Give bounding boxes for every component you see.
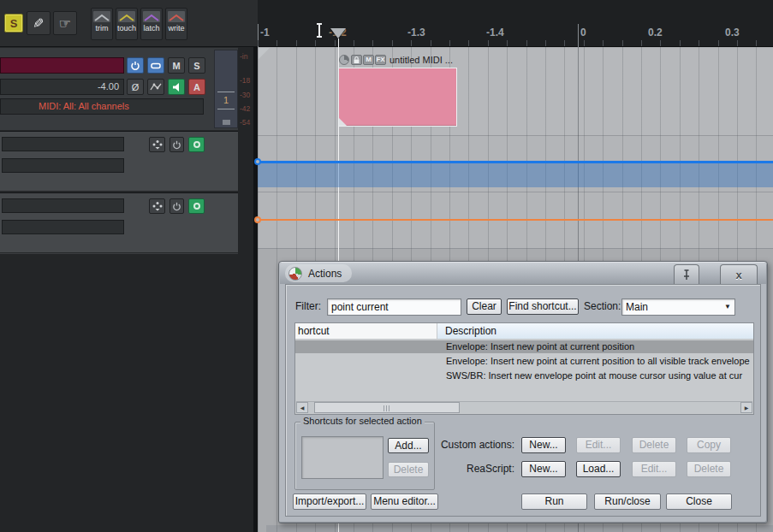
envelope-points-button[interactable] bbox=[149, 137, 165, 152]
latch-label: latch bbox=[141, 24, 162, 33]
custom-new-button[interactable]: New... bbox=[521, 437, 566, 453]
s-tool-button[interactable]: S bbox=[4, 14, 23, 33]
envelope-name-field[interactable] bbox=[2, 137, 124, 151]
envelope-name-field[interactable] bbox=[2, 198, 124, 213]
automation-write-button[interactable]: write bbox=[165, 8, 187, 40]
dialog-body: Filter: Clear Find shortcut... Section: … bbox=[285, 284, 761, 517]
scroll-left-arrow[interactable]: ◀ bbox=[296, 402, 308, 413]
timeline-ruler[interactable]: -1 -1.2 -1.3 -1.4 0 0.2 0.3 bbox=[258, 0, 773, 47]
action-row[interactable]: SWS/BR: Insert new envelope point at mou… bbox=[295, 369, 753, 382]
power-icon bbox=[172, 140, 181, 150]
meter-scale-18: -18 bbox=[240, 76, 255, 85]
track-volume-field[interactable]: -4.00 bbox=[0, 79, 124, 95]
section-dropdown[interactable]: Main ▼ bbox=[621, 299, 735, 316]
item-fx-badge[interactable]: FX bbox=[375, 55, 386, 65]
main-toolbar: S ✎ ☞ trim touch latch bbox=[0, 0, 258, 47]
track-automation-button[interactable]: A bbox=[188, 79, 205, 95]
action-row-selected[interactable]: Envelope: Insert new point at current po… bbox=[295, 340, 753, 353]
import-export-button[interactable]: Import/export... bbox=[293, 494, 366, 510]
track-solo-button[interactable]: S bbox=[188, 57, 205, 74]
close-window-button[interactable]: x bbox=[720, 264, 758, 284]
ruler-mark: 0 bbox=[580, 27, 586, 38]
clear-button[interactable]: Clear bbox=[467, 299, 502, 315]
touch-envelope-icon bbox=[118, 11, 135, 22]
phase-icon: Ø bbox=[132, 82, 140, 92]
custom-actions-label: Custom actions: bbox=[436, 437, 514, 453]
action-row[interactable]: Envelope: Insert new point at current po… bbox=[295, 355, 753, 368]
automation-latch-button[interactable]: latch bbox=[140, 8, 163, 40]
scrollbar-thumb[interactable] bbox=[314, 402, 460, 413]
envelope-arm-button[interactable] bbox=[188, 137, 205, 152]
description-column-header[interactable]: Description bbox=[437, 323, 753, 339]
envelope-value-field[interactable] bbox=[2, 220, 124, 234]
pin-icon bbox=[681, 269, 692, 281]
custom-edit-button[interactable]: Edit... bbox=[576, 437, 621, 453]
track-envelope-button[interactable] bbox=[147, 79, 164, 95]
custom-copy-button[interactable]: Copy bbox=[687, 437, 731, 453]
track-name-field[interactable] bbox=[0, 57, 124, 74]
ibeam-mouse-cursor bbox=[314, 22, 324, 39]
meter-scale-30: -30 bbox=[240, 91, 255, 99]
track-routing-field[interactable]: MIDI: All: All channels bbox=[0, 98, 204, 115]
latch-envelope-icon bbox=[143, 11, 160, 22]
volume-envelope-point[interactable] bbox=[254, 158, 261, 165]
arm-ring-icon bbox=[193, 203, 200, 210]
reascript-delete-button[interactable]: Delete bbox=[687, 461, 731, 477]
meter-line-top bbox=[217, 92, 235, 92]
automation-touch-button[interactable]: touch bbox=[116, 8, 138, 40]
meter-scale-54: -54 bbox=[240, 118, 255, 127]
track-monitor-button[interactable] bbox=[168, 79, 185, 95]
ruler-mark: 0.2 bbox=[648, 27, 663, 38]
menu-editor-button[interactable]: Menu editor... bbox=[371, 494, 438, 510]
dialog-titlebar[interactable]: Actions x bbox=[280, 263, 766, 284]
trim-envelope-icon bbox=[93, 11, 110, 22]
reascript-edit-button[interactable]: Edit... bbox=[632, 461, 676, 477]
item-name: untitled MIDI ... bbox=[389, 55, 453, 65]
filter-input[interactable] bbox=[327, 299, 461, 316]
horizontal-scrollbar[interactable]: ◀ ▶ bbox=[296, 401, 752, 413]
run-button[interactable]: Run bbox=[521, 494, 587, 510]
envelope-bypass-button[interactable] bbox=[169, 137, 184, 152]
reascript-new-button[interactable]: New... bbox=[521, 461, 566, 477]
envelope-panel-volume bbox=[0, 131, 238, 191]
midi-item[interactable] bbox=[338, 68, 457, 127]
automation-trim-button[interactable]: trim bbox=[91, 8, 113, 40]
item-corner-handle[interactable] bbox=[339, 118, 347, 126]
playhead-marker[interactable] bbox=[330, 28, 346, 38]
pin-button[interactable] bbox=[674, 264, 699, 284]
ruler-mark: -1.4 bbox=[486, 27, 504, 38]
envelope-arm-button[interactable] bbox=[188, 198, 205, 214]
left-panel-empty-area bbox=[0, 253, 238, 532]
shortcuts-listbox[interactable] bbox=[301, 436, 384, 479]
lock-icon[interactable] bbox=[351, 55, 362, 65]
reaper-main-window: S ✎ ☞ trim touch latch bbox=[0, 0, 773, 532]
media-item-header: M FX untitled MIDI ... bbox=[339, 53, 453, 66]
track-phase-button[interactable]: Ø bbox=[127, 79, 144, 95]
pencil-tool-button[interactable]: ✎ bbox=[27, 11, 51, 35]
track-power-button[interactable] bbox=[127, 57, 144, 74]
pan-envelope-line[interactable] bbox=[258, 219, 773, 221]
envelope-panel-pan bbox=[0, 192, 238, 252]
reascript-load-button[interactable]: Load... bbox=[576, 461, 621, 477]
item-properties-icon[interactable] bbox=[339, 55, 349, 65]
custom-delete-button[interactable]: Delete bbox=[632, 437, 676, 453]
run-close-button[interactable]: Run/close bbox=[594, 494, 661, 510]
find-shortcut-button[interactable]: Find shortcut... bbox=[507, 299, 579, 315]
hand-tool-button[interactable]: ☞ bbox=[53, 11, 77, 35]
track-lane[interactable] bbox=[258, 48, 773, 135]
pan-envelope-point[interactable] bbox=[254, 216, 261, 223]
envelope-points-button[interactable] bbox=[149, 198, 165, 214]
shortcut-column-header[interactable]: hortcut bbox=[295, 323, 437, 339]
track-route-button[interactable] bbox=[147, 57, 164, 74]
add-shortcut-button[interactable]: Add... bbox=[388, 438, 429, 453]
scrollbar-grip bbox=[384, 405, 390, 411]
shortcuts-group-label: Shortcuts for selected action bbox=[300, 416, 425, 426]
scroll-right-arrow[interactable]: ▶ bbox=[740, 402, 752, 413]
track-mute-button[interactable]: M bbox=[168, 57, 185, 74]
close-button[interactable]: Close bbox=[666, 494, 732, 510]
envelope-bypass-button[interactable] bbox=[169, 198, 184, 214]
delete-shortcut-button[interactable]: Delete bbox=[388, 462, 429, 477]
envelope-value-field[interactable] bbox=[2, 158, 124, 173]
item-mute-badge[interactable]: M bbox=[363, 55, 374, 65]
write-label: write bbox=[166, 24, 187, 33]
